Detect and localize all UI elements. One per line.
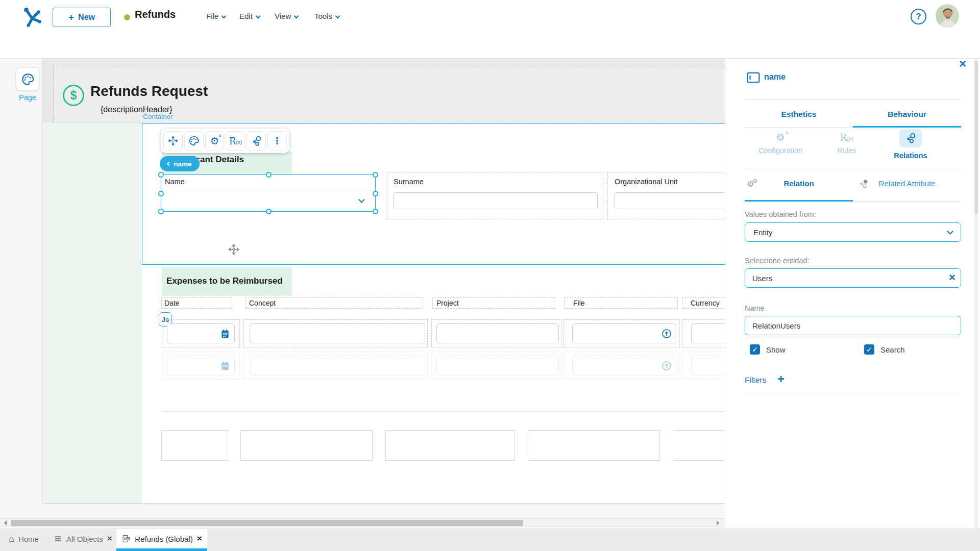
cell-concept[interactable] xyxy=(243,352,428,380)
date-input[interactable] xyxy=(167,356,235,375)
sparkle-icon: + xyxy=(786,130,789,136)
app-logo[interactable] xyxy=(20,5,44,29)
resize-handle[interactable] xyxy=(266,209,272,214)
file-input[interactable] xyxy=(572,323,676,343)
column-header-project[interactable]: Project xyxy=(432,297,555,309)
page-palette-button[interactable] xyxy=(16,67,39,91)
cell-date[interactable] xyxy=(163,352,240,380)
cell-project[interactable] xyxy=(431,352,561,380)
more-options-button[interactable]: ⋮ xyxy=(267,131,287,151)
tab-underline-inactive xyxy=(745,127,853,128)
container-label[interactable]: Container xyxy=(143,113,173,120)
values-from-select[interactable]: Entity xyxy=(745,222,961,242)
canvas-h-scrollbar[interactable] xyxy=(0,518,725,527)
new-button[interactable]: + New xyxy=(53,8,111,27)
cell-date[interactable] xyxy=(163,319,240,347)
relation-name-input[interactable] xyxy=(745,316,961,335)
project-input[interactable] xyxy=(436,323,559,343)
resize-handle[interactable] xyxy=(158,209,164,214)
clear-entity-icon[interactable]: × xyxy=(949,271,955,284)
subtab-configuration[interactable]: ⚙ + Configuration xyxy=(745,131,816,155)
entity-input[interactable] xyxy=(745,268,961,288)
panel-scrollbar[interactable] xyxy=(974,59,978,529)
org-unit-input[interactable] xyxy=(615,192,733,209)
footer-cell[interactable] xyxy=(673,430,730,461)
subtab-relations-label: Relations xyxy=(877,152,944,160)
scrollbar-thumb[interactable] xyxy=(11,520,523,526)
footer-cell[interactable] xyxy=(528,430,660,461)
scroll-right-arrow[interactable] xyxy=(717,520,722,525)
menu-file-label: File xyxy=(206,12,218,20)
concept-input[interactable] xyxy=(250,323,425,343)
column-header-currency[interactable]: Currency xyxy=(682,297,730,309)
resize-handle[interactable] xyxy=(158,172,164,178)
selection-name-badge[interactable]: name xyxy=(160,156,200,171)
add-filter-button[interactable]: + xyxy=(777,372,785,386)
sparkle-icon: + xyxy=(218,133,222,139)
calendar-icon[interactable] xyxy=(220,329,230,339)
concept-input[interactable] xyxy=(250,356,425,375)
field-surname[interactable]: Surname xyxy=(387,172,603,219)
footer-cell[interactable] xyxy=(385,430,515,461)
panel-close-button[interactable]: × xyxy=(959,57,966,71)
column-header-date[interactable]: Date xyxy=(161,297,232,309)
bottom-tab-refunds-global[interactable]: Refunds (Global) × xyxy=(116,529,207,548)
date-input[interactable] xyxy=(167,323,235,343)
subtab-rules[interactable]: R(x) Rules xyxy=(816,132,877,155)
menu-file[interactable]: File xyxy=(206,12,226,20)
resize-handle[interactable] xyxy=(158,191,164,196)
column-header-concept[interactable]: Concept xyxy=(246,297,423,309)
menu-view[interactable]: View xyxy=(275,12,298,20)
cell-concept[interactable] xyxy=(243,319,428,347)
footer-cell[interactable] xyxy=(240,430,373,461)
menu-tools-label: Tools xyxy=(314,12,332,20)
show-checkbox[interactable]: ✓ xyxy=(750,344,760,355)
relations-button[interactable] xyxy=(247,131,266,151)
configuration-button[interactable]: ⚙ + xyxy=(205,131,225,151)
canvas-left-margin xyxy=(42,122,142,503)
palette-icon xyxy=(21,72,35,86)
user-avatar[interactable] xyxy=(936,4,959,28)
project-input[interactable] xyxy=(436,356,559,375)
cell-file[interactable] xyxy=(564,319,680,347)
file-input[interactable] xyxy=(572,356,676,375)
tab-esthetics[interactable]: Esthetics xyxy=(745,110,853,119)
resize-handle[interactable] xyxy=(373,191,378,196)
column-header-file[interactable]: File xyxy=(565,297,678,309)
bottom-tab-all-objects[interactable]: All Objects × xyxy=(54,529,112,548)
resize-handle[interactable] xyxy=(266,172,272,178)
resize-handle[interactable] xyxy=(373,209,378,214)
surname-input[interactable] xyxy=(394,192,598,209)
subtab-relations[interactable]: Relations xyxy=(877,129,944,160)
tab-related-attribute[interactable]: Related Attribute xyxy=(853,179,961,188)
help-button[interactable]: ? xyxy=(911,9,926,24)
cell-currency[interactable] xyxy=(682,352,730,380)
esthetics-button[interactable] xyxy=(184,131,204,151)
field-name[interactable]: Name xyxy=(161,174,376,212)
field-org-unit[interactable]: Organizational Unit xyxy=(607,172,730,219)
search-checkbox[interactable]: ✓ xyxy=(864,344,874,355)
filters-link[interactable]: Filters xyxy=(745,375,766,385)
menu-tools[interactable]: Tools xyxy=(314,12,339,20)
cell-project[interactable] xyxy=(431,319,561,347)
resize-handle[interactable] xyxy=(373,172,378,178)
move-element-button[interactable] xyxy=(163,131,183,151)
bottom-tab-home[interactable]: ⌂ Home xyxy=(9,529,39,548)
cell-currency[interactable] xyxy=(682,319,730,347)
panel-scrollbar-thumb[interactable] xyxy=(974,61,978,214)
upload-icon[interactable] xyxy=(661,328,672,339)
field-name-divider xyxy=(161,190,375,190)
close-tab-icon[interactable]: × xyxy=(107,534,112,544)
tab-relation[interactable]: ⚙⚙ Relation xyxy=(745,179,853,188)
expenses-section-title[interactable]: Expenses to be Reimbursed xyxy=(166,276,283,286)
scroll-left-arrow[interactable] xyxy=(2,520,7,525)
close-tab-icon[interactable]: × xyxy=(197,534,202,544)
upload-icon xyxy=(661,360,672,371)
dropdown-chevron-icon[interactable] xyxy=(358,196,365,203)
footer-cell[interactable] xyxy=(161,430,228,461)
menu-edit[interactable]: Edit xyxy=(239,12,260,20)
cell-file[interactable] xyxy=(564,352,680,380)
rules-icon-sub: (x) xyxy=(236,139,242,145)
tab-behaviour[interactable]: Behaviour xyxy=(853,110,961,119)
rules-button[interactable]: R (x) xyxy=(226,131,245,151)
